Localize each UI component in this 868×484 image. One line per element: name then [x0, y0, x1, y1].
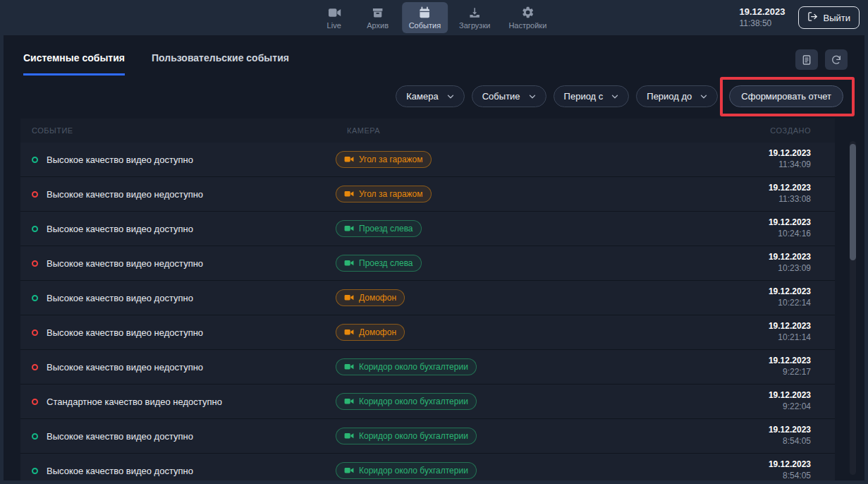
camera-badge[interactable]: Коридор около бухгалтерии	[336, 428, 477, 444]
camera-badge[interactable]: Проезд слева	[336, 220, 422, 237]
camera-cell: Домофон	[336, 324, 701, 341]
camera-badge[interactable]: Угол за гаражом	[336, 186, 432, 202]
camera-badge[interactable]: Домофон	[336, 324, 405, 341]
camera-cell: Коридор около бухгалтерии	[336, 393, 701, 410]
status-ok-icon	[32, 295, 38, 301]
table-row[interactable]: Высокое качество видео недоступноКоридор…	[20, 350, 835, 385]
filter-dropdowns: КамераСобытиеПериод сПериод до	[396, 85, 718, 107]
scrollbar-thumb[interactable]	[850, 144, 856, 260]
camera-cell: Коридор около бухгалтерии	[336, 428, 701, 444]
status-ok-icon	[32, 226, 38, 232]
chevron-down-icon	[699, 92, 709, 102]
table-row[interactable]: Высокое качество видео недоступноДомофон…	[20, 315, 835, 350]
created-cell: 19.12.202310:21:14	[701, 321, 835, 343]
event-text: Высокое качество видео доступно	[47, 431, 193, 442]
created-time: 10:21:14	[701, 332, 811, 344]
report-view-button[interactable]	[795, 49, 818, 70]
dropdown-label: Камера	[406, 91, 438, 102]
nav-item-label: Загрузки	[459, 21, 490, 30]
camera-name: Проезд слева	[359, 224, 413, 234]
table-row[interactable]: Высокое качество видео недоступноПроезд …	[20, 246, 835, 281]
camera-cell: Проезд слева	[336, 255, 701, 272]
camera-badge[interactable]: Коридор около бухгалтерии	[336, 358, 477, 375]
created-time: 8:54:05	[701, 471, 811, 480]
dropdown-label: Период с	[564, 91, 604, 102]
event-text: Высокое качество видео недоступно	[47, 258, 203, 269]
nav-item-label: Настройки	[508, 21, 546, 30]
camera-badge[interactable]: Коридор около бухгалтерии	[336, 462, 477, 479]
event-text: Высокое качество видео недоступно	[47, 189, 203, 200]
camera-name: Домофон	[359, 293, 396, 303]
camera-badge[interactable]: Проезд слева	[336, 255, 422, 272]
camera-name: Домофон	[359, 327, 396, 337]
table-row[interactable]: Высокое качество видео доступноКоридор о…	[20, 419, 835, 454]
archive-icon	[371, 6, 384, 19]
dropdown-label: Период до	[647, 91, 692, 102]
table-row[interactable]: Высокое качество видео доступноДомофон19…	[20, 281, 835, 315]
table-row[interactable]: Высокое качество видео доступноУгол за г…	[20, 143, 835, 177]
logout-button[interactable]: Выйти	[798, 6, 860, 29]
nav-item-live[interactable]: Live	[314, 2, 354, 33]
main-content: Системные событияПользовательские событи…	[4, 35, 864, 480]
status-ok-icon	[32, 468, 38, 474]
camera-cell: Коридор около бухгалтерии	[336, 358, 701, 375]
created-date: 19.12.2023	[701, 459, 811, 471]
nav-item-label: Архив	[367, 21, 389, 30]
camera-name: Угол за гаражом	[359, 189, 423, 199]
logout-label: Выйти	[824, 13, 851, 23]
events-table: СОБЫТИЕ КАМЕРА СОЗДАНО Высокое качество …	[20, 119, 835, 480]
camera-badge[interactable]: Угол за гаражом	[336, 151, 432, 168]
nav-item-settings[interactable]: Настройки	[501, 2, 554, 33]
event-cell: Высокое качество видео доступно	[20, 431, 336, 442]
tab-system-events[interactable]: Системные события	[23, 52, 125, 75]
app-window: LiveАрхивСобытияЗагрузкиНастройки 19.12.…	[0, 0, 868, 484]
created-time: 9:22:17	[701, 367, 811, 378]
current-time: 11:38:50	[739, 18, 785, 29]
camera-badge[interactable]: Коридор около бухгалтерии	[336, 393, 477, 410]
created-time: 10:22:14	[701, 298, 811, 309]
created-time: 9:22:04	[701, 401, 811, 413]
camera-badge-icon	[344, 397, 354, 406]
created-cell: 19.12.20238:54:05	[701, 459, 835, 480]
tab-user-events[interactable]: Пользовательские события	[152, 52, 289, 75]
created-cell: 19.12.20239:22:04	[701, 390, 835, 412]
event-cell: Высокое качество видео доступно	[20, 155, 336, 165]
camera-badge-icon	[344, 190, 354, 198]
table-row[interactable]: Высокое качество видео доступноКоридор о…	[20, 454, 835, 480]
camera-badge-icon	[344, 432, 354, 440]
top-navigation: LiveАрхивСобытияЗагрузкиНастройки	[314, 0, 554, 35]
nav-item-events[interactable]: События	[402, 2, 448, 33]
nav-item-archive[interactable]: Архив	[358, 2, 398, 33]
camera-cell: Проезд слева	[336, 220, 701, 237]
scrollbar-track[interactable]	[850, 141, 856, 475]
created-date: 19.12.2023	[701, 252, 811, 263]
camera-cell: Угол за гаражом	[336, 151, 701, 168]
camera-cell: Коридор около бухгалтерии	[336, 462, 701, 479]
created-date: 19.12.2023	[701, 356, 811, 367]
download-icon	[468, 6, 481, 19]
filter-dropdown-period-from[interactable]: Период с	[554, 85, 630, 107]
nav-item-downloads[interactable]: Загрузки	[452, 2, 497, 33]
status-error-icon	[32, 260, 38, 267]
created-time: 11:33:08	[701, 194, 811, 205]
event-text: Высокое качество видео недоступно	[47, 327, 203, 338]
created-time: 11:34:09	[701, 159, 811, 171]
camera-name: Проезд слева	[359, 258, 413, 268]
camera-badge[interactable]: Домофон	[336, 289, 405, 306]
generate-report-button[interactable]: Сформировать отчет	[729, 85, 843, 107]
filter-dropdown-period-to[interactable]: Период до	[636, 85, 718, 107]
table-row[interactable]: Высокое качество видео недоступноУгол за…	[20, 177, 835, 212]
table-body: Высокое качество видео доступноУгол за г…	[20, 143, 835, 480]
refresh-button[interactable]	[825, 49, 848, 70]
column-header-camera: КАМЕРА	[336, 126, 701, 135]
table-row[interactable]: Стандартное качество видео недоступноКор…	[20, 385, 835, 419]
filter-dropdown-camera[interactable]: Камера	[396, 85, 464, 107]
created-time: 8:54:05	[701, 436, 811, 447]
event-text: Высокое качество видео недоступно	[47, 362, 203, 373]
camera-badge-icon	[344, 259, 354, 267]
created-cell: 19.12.202310:24:16	[701, 217, 835, 239]
filter-dropdown-event[interactable]: Событие	[472, 85, 546, 107]
table-row[interactable]: Высокое качество видео доступноПроезд сл…	[20, 212, 835, 246]
created-time: 10:23:09	[701, 263, 811, 274]
event-text: Высокое качество видео доступно	[47, 293, 193, 303]
